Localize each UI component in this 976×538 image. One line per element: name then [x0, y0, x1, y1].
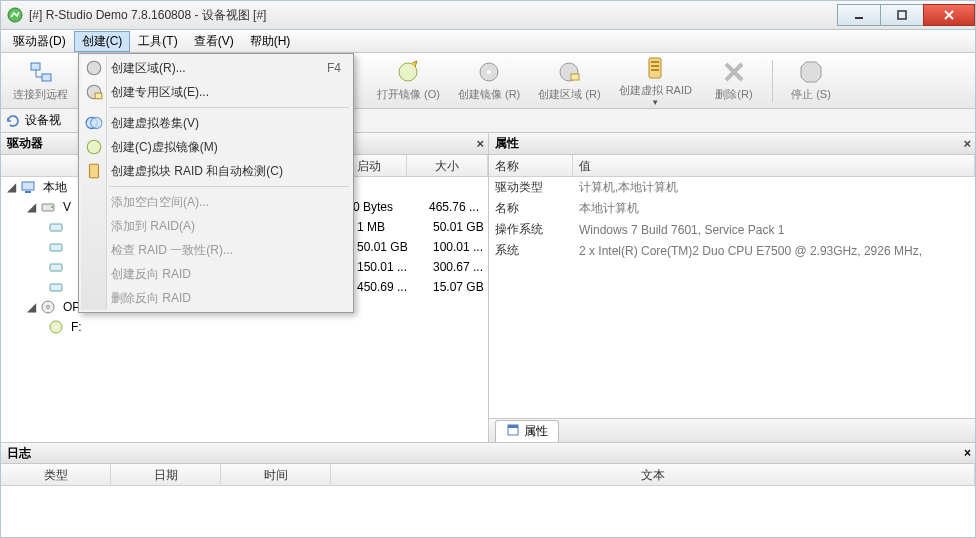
collapse-icon[interactable]: ◢	[25, 200, 37, 214]
collapse-icon[interactable]: ◢	[25, 300, 37, 314]
props-body: 驱动类型计算机,本地计算机 名称本地计算机 操作系统Windows 7 Buil…	[489, 177, 975, 418]
svg-rect-13	[651, 69, 659, 71]
log-header: 日志 ×	[1, 442, 975, 464]
props-panel-title: 属性	[495, 135, 519, 152]
toolbar-separator	[772, 60, 773, 102]
svg-rect-4	[42, 74, 51, 81]
maximize-button[interactable]	[880, 4, 924, 26]
menu-drive[interactable]: 驱动器(D)	[5, 31, 74, 52]
svg-rect-21	[50, 264, 62, 271]
menu-item-check-raid: 检查 RAID 一致性(R)...	[81, 238, 351, 262]
open-image-icon	[395, 59, 421, 85]
log-col-text[interactable]: 文本	[331, 464, 975, 485]
hdd-icon	[40, 199, 56, 215]
svg-rect-22	[50, 284, 62, 291]
menu-item-create-virtual-image[interactable]: 创建(C)虚拟镜像(M)	[81, 135, 351, 159]
refresh-icon[interactable]	[5, 113, 21, 129]
menu-view[interactable]: 查看(V)	[186, 31, 242, 52]
svg-rect-3	[31, 63, 40, 70]
prop-row[interactable]: 系统2 x Intel(R) Core(TM)2 Duo CPU E7500 @…	[489, 240, 975, 261]
log-col-date[interactable]: 日期	[111, 464, 221, 485]
col-size[interactable]: 大小	[407, 155, 488, 176]
volset-icon	[85, 114, 103, 132]
tool-connect-remote[interactable]: 连接到远程	[7, 57, 74, 104]
drives-panel-title: 驱动器	[7, 135, 43, 152]
menu-item-create-virtual-raid[interactable]: 创建虚拟块 RAID 和自动检测(C)	[81, 159, 351, 183]
svg-rect-19	[50, 224, 62, 231]
remove-icon	[721, 59, 747, 85]
svg-point-24	[47, 306, 50, 309]
tool-remove[interactable]: 删除(R)	[704, 57, 764, 104]
svg-rect-16	[25, 191, 31, 193]
svg-point-18	[51, 206, 53, 208]
svg-marker-14	[801, 62, 821, 82]
menu-create[interactable]: 创建(C)	[74, 31, 131, 52]
tool-create-image[interactable]: 创建镜像 (R)	[452, 57, 526, 104]
collapse-icon[interactable]: ◢	[5, 180, 17, 194]
titlebar: [#] R-Studio Demo 7.8.160808 - 设备视图 [#]	[0, 0, 976, 30]
close-button[interactable]	[923, 4, 975, 26]
log-title: 日志	[7, 445, 31, 462]
svg-point-33	[91, 117, 102, 128]
computer-icon	[20, 179, 36, 195]
volume-icon	[48, 239, 64, 255]
panel-close-icon[interactable]: ×	[964, 446, 971, 460]
tree-row-f[interactable]: F:	[1, 317, 488, 337]
svg-rect-31	[95, 93, 102, 99]
svg-rect-28	[508, 425, 518, 428]
svg-rect-12	[651, 65, 659, 67]
menu-item-create-exclusive-region[interactable]: 创建专用区域(E)...	[81, 80, 351, 104]
log-body[interactable]	[1, 486, 975, 538]
prop-row[interactable]: 操作系统Windows 7 Build 7601, Service Pack 1	[489, 219, 975, 240]
props-panel-header: 属性 ×	[489, 133, 975, 155]
create-region-icon	[556, 59, 582, 85]
app-icon	[7, 7, 23, 23]
region-icon	[85, 59, 103, 77]
dvd-drive-icon	[48, 319, 64, 335]
vimage-icon	[85, 138, 103, 156]
properties-icon	[506, 423, 520, 440]
dvd-icon	[40, 299, 56, 315]
tool-create-region[interactable]: 创建区域 (R)	[532, 57, 606, 104]
svg-rect-20	[50, 244, 62, 251]
tool-stop[interactable]: 停止 (S)	[781, 57, 841, 104]
tree-label-f: F:	[67, 320, 86, 334]
dropdown-arrow-icon: ▼	[651, 98, 659, 107]
menu-item-add-empty-space: 添加空白空间(A)...	[81, 190, 351, 214]
region-excl-icon	[85, 83, 103, 101]
props-grid-header: 名称 值	[489, 155, 975, 177]
volume-icon	[48, 279, 64, 295]
svg-rect-9	[571, 74, 579, 80]
menu-tools[interactable]: 工具(T)	[130, 31, 185, 52]
svg-rect-1	[855, 17, 863, 19]
svg-point-29	[87, 61, 101, 75]
connect-icon	[28, 59, 54, 85]
prop-row[interactable]: 驱动类型计算机,本地计算机	[489, 177, 975, 198]
right-pane: 属性 × 名称 值 驱动类型计算机,本地计算机 名称本地计算机 操作系统Wind…	[489, 133, 975, 442]
menu-item-create-region[interactable]: 创建区域(R)... F4	[81, 56, 351, 80]
panel-close-icon[interactable]: ×	[476, 136, 484, 151]
window-title: [#] R-Studio Demo 7.8.160808 - 设备视图 [#]	[29, 7, 266, 24]
menu-item-create-reverse-raid: 创建反向 RAID	[81, 262, 351, 286]
menu-help[interactable]: 帮助(H)	[242, 31, 299, 52]
create-dropdown-menu: 创建区域(R)... F4 创建专用区域(E)... 创建虚拟卷集(V) 创建(…	[78, 53, 354, 313]
volume-icon	[48, 259, 64, 275]
svg-point-7	[487, 70, 491, 74]
prop-row[interactable]: 名称本地计算机	[489, 198, 975, 219]
log-col-type[interactable]: 类型	[1, 464, 111, 485]
tab-properties[interactable]: 属性	[495, 420, 559, 442]
col-value[interactable]: 值	[573, 155, 975, 176]
menu-item-create-virtual-volset[interactable]: 创建虚拟卷集(V)	[81, 111, 351, 135]
minimize-button[interactable]	[837, 4, 881, 26]
col-name[interactable]: 名称	[489, 155, 573, 176]
menubar: 驱动器(D) 创建(C) 工具(T) 查看(V) 帮助(H)	[0, 30, 976, 53]
svg-rect-2	[898, 11, 906, 19]
device-view-label: 设备视	[25, 112, 61, 129]
create-image-icon	[476, 59, 502, 85]
tool-open-image[interactable]: 打开镜像 (O)	[371, 57, 446, 104]
menu-item-add-to-raid: 添加到 RAID(A)	[81, 214, 351, 238]
svg-point-26	[55, 326, 58, 329]
panel-close-icon[interactable]: ×	[963, 136, 971, 151]
log-col-time[interactable]: 时间	[221, 464, 331, 485]
tool-create-virtual-raid[interactable]: 创建虚拟 RAID ▼	[613, 53, 698, 109]
